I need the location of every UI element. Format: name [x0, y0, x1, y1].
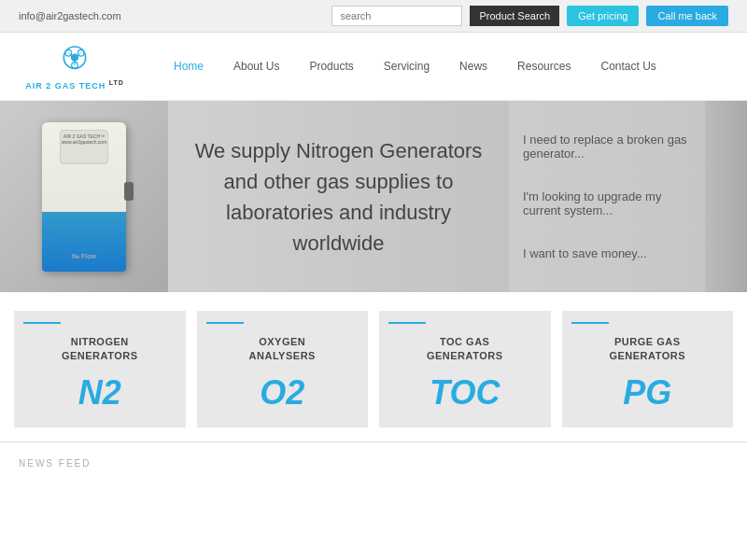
email-address: info@air2gastech.com	[19, 10, 121, 21]
hero-link-replace[interactable]: I need to replace a broken gas generator…	[523, 133, 691, 173]
category-toc-title: TOC GASGENERATORS	[427, 335, 503, 364]
nav-products[interactable]: Products	[294, 60, 368, 73]
logo-text: AIR 2 GAS TECH LTD	[25, 79, 124, 91]
category-purge-title: PURGE GASGENERATORS	[609, 335, 685, 364]
call-back-button[interactable]: Call me back	[646, 6, 728, 26]
nav-about-us[interactable]: About Us	[218, 60, 294, 73]
category-purge-symbol: PG	[623, 373, 671, 413]
nav-news[interactable]: News	[444, 60, 502, 73]
top-bar-actions: Product Search Get pricing Call me back	[331, 6, 728, 26]
nav-contact-us[interactable]: Contact Us	[585, 60, 670, 73]
category-oxygen-symbol: O2	[260, 373, 304, 413]
category-nitrogen[interactable]: NITROGENGENERATORS N2	[14, 311, 186, 427]
main-nav: Home About Us Products Servicing News Re…	[159, 60, 671, 73]
nav-servicing[interactable]: Servicing	[369, 60, 444, 73]
header: AIR 2 GAS TECH LTD Home About Us Product…	[0, 33, 747, 101]
machine-handle	[124, 182, 134, 201]
machine-brand-label: AIR 2 GAS TECH™www.air2gastech.com	[62, 133, 107, 145]
nav-home[interactable]: Home	[159, 60, 218, 73]
category-toc-symbol: TOC	[430, 373, 500, 413]
product-categories: NITROGENGENERATORS N2 OXYGENANALYSERS O2…	[0, 292, 747, 437]
search-input[interactable]	[331, 6, 462, 26]
news-feed-label: NEWS FEED	[19, 458, 91, 469]
logo-icon	[51, 42, 98, 79]
get-pricing-button[interactable]: Get pricing	[567, 6, 639, 26]
category-oxygen[interactable]: OXYGENANALYSERS O2	[197, 311, 369, 427]
hero-headline: We supply Nitrogen Generators and other …	[187, 135, 490, 259]
hero-machine-area: AIR 2 GAS TECH™www.air2gastech.com N₂ Fl…	[0, 101, 168, 292]
nav-resources[interactable]: Resources	[502, 60, 585, 73]
product-search-button[interactable]: Product Search	[470, 6, 559, 26]
hero-link-upgrade[interactable]: I'm looking to upgrade my current system…	[523, 189, 691, 230]
logo[interactable]: AIR 2 GAS TECH LTD	[19, 42, 131, 91]
category-nitrogen-symbol: N2	[78, 373, 121, 413]
category-oxygen-title: OXYGENANALYSERS	[249, 335, 316, 364]
svg-point-2	[78, 49, 84, 56]
hero-link-save[interactable]: I want to save money...	[523, 246, 691, 260]
hero-text-area: We supply Nitrogen Generators and other …	[168, 101, 509, 292]
hero-banner: AIR 2 GAS TECH™www.air2gastech.com N₂ Fl…	[0, 101, 747, 292]
category-purge[interactable]: PURGE GASGENERATORS PG	[562, 311, 734, 427]
category-nitrogen-title: NITROGENGENERATORS	[62, 335, 138, 364]
news-feed-section: NEWS FEED	[0, 441, 747, 470]
machine-flow-label: N₂ Flow	[72, 253, 96, 260]
top-bar: info@air2gastech.com Product Search Get …	[0, 0, 747, 33]
machine-image: AIR 2 GAS TECH™www.air2gastech.com N₂ Fl…	[42, 122, 126, 272]
hero-far-right	[705, 101, 747, 292]
hero-links-area: I need to replace a broken gas generator…	[509, 101, 705, 292]
category-toc[interactable]: TOC GASGENERATORS TOC	[379, 311, 551, 427]
svg-point-1	[65, 49, 72, 56]
